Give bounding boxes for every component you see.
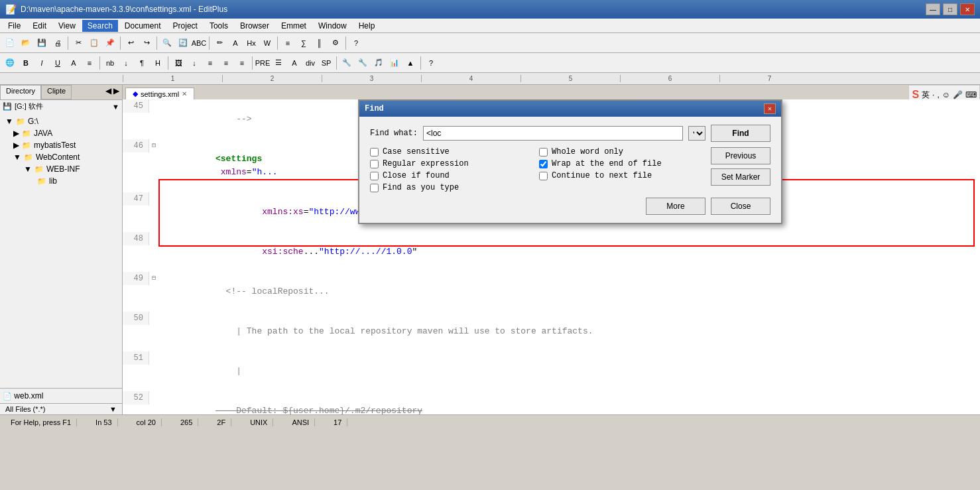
help-button[interactable]: ? <box>349 36 363 50</box>
italic-button[interactable]: I <box>34 56 49 70</box>
clip-button[interactable]: ✏ <box>212 36 227 50</box>
tree-item-java[interactable]: ▶ 📁 JAVA <box>3 127 119 139</box>
wrap-checkbox[interactable] <box>539 160 548 168</box>
menu-emmet[interactable]: Emmet <box>276 20 312 32</box>
browser-button[interactable]: 🌐 <box>3 56 17 70</box>
col-button[interactable]: ║ <box>312 36 327 50</box>
tab-directory[interactable]: Directory <box>0 85 41 99</box>
image-button[interactable]: 🖼 <box>171 56 186 70</box>
tool2-button[interactable]: 🔧 <box>355 56 370 70</box>
sum-button[interactable]: ∑ <box>296 36 311 50</box>
list2-button[interactable]: ≡ <box>203 56 217 70</box>
pre-button[interactable]: PRE <box>255 56 270 70</box>
menu-search[interactable]: Search <box>82 20 118 32</box>
regex-checkbox[interactable] <box>370 160 379 168</box>
open-button[interactable]: 📂 <box>19 36 33 50</box>
hex-button[interactable]: Hx <box>244 36 259 50</box>
menu-file[interactable]: File <box>3 20 26 32</box>
new-button[interactable]: 📄 <box>3 36 17 50</box>
chart-button[interactable]: 📊 <box>387 56 402 70</box>
copy-button[interactable]: 📋 <box>87 36 101 50</box>
whole-word-checkbox[interactable] <box>539 148 548 156</box>
close-button[interactable]: ✕ <box>960 3 975 15</box>
charset-button[interactable]: A <box>287 56 302 70</box>
find-button[interactable]: 🔍 <box>160 36 174 50</box>
find-what-row: Find what: ▼ Find <box>370 125 770 142</box>
sidebar-arrow[interactable]: ◀ ▶ <box>103 85 122 99</box>
editor-content[interactable]: 45 --> 46 ⊟ <settings xmlns="h... 47 <box>123 99 980 414</box>
color-button[interactable]: A <box>66 56 81 70</box>
previous-button[interactable]: Previous <box>711 147 770 164</box>
ime-en-label[interactable]: 英 <box>922 90 930 101</box>
more-button[interactable]: More <box>646 198 705 215</box>
save-button[interactable]: 💾 <box>34 36 49 50</box>
ime-mic-icon[interactable]: 🎤 <box>953 90 963 99</box>
set-marker-button[interactable]: Set Marker <box>711 168 770 186</box>
menu-help[interactable]: Help <box>353 20 381 32</box>
find-what-input[interactable] <box>423 126 683 141</box>
settings-button[interactable]: ⚙ <box>328 36 343 50</box>
file-tab-close[interactable]: ✕ <box>182 90 187 97</box>
file-tab-settings[interactable]: ◆ settings.xml ✕ <box>125 88 194 99</box>
list4-button[interactable]: ≡ <box>235 56 249 70</box>
nb-button[interactable]: nb <box>103 56 117 70</box>
maximize-button[interactable]: □ <box>943 3 957 15</box>
menu-view[interactable]: View <box>53 20 81 32</box>
minimize-button[interactable]: — <box>926 3 940 15</box>
find-dropdown[interactable]: ▼ <box>688 126 705 141</box>
paste-button[interactable]: 📌 <box>103 36 117 50</box>
filter-arrow[interactable]: ▼ <box>109 405 117 413</box>
tab-clipboard[interactable]: Clipte <box>41 85 72 99</box>
spell-button[interactable]: ABC <box>192 36 206 50</box>
list-button[interactable]: ≡ <box>280 36 295 50</box>
replace-button[interactable]: 🔄 <box>176 36 190 50</box>
dialog-close-button[interactable]: ✕ <box>764 103 776 114</box>
ruler: 1 2 3 4 5 6 7 <box>0 73 980 85</box>
undo-button[interactable]: ↩ <box>123 36 138 50</box>
tree-item-webcontent[interactable]: ▼ 📁 WebContent <box>3 151 119 163</box>
down-button[interactable]: ↓ <box>187 56 202 70</box>
menu-edit[interactable]: Edit <box>27 20 52 32</box>
arrow-down-button[interactable]: ↓ <box>119 56 133 70</box>
sp-button[interactable]: SP <box>319 56 334 70</box>
tool1-button[interactable]: 🔧 <box>339 56 354 70</box>
continue-checkbox[interactable] <box>539 172 548 180</box>
up-button[interactable]: ▲ <box>403 56 418 70</box>
wordwrap-button[interactable]: W <box>260 36 275 50</box>
find-button[interactable]: Find <box>711 125 770 142</box>
menu-project[interactable]: Project <box>168 20 203 32</box>
list3-button[interactable]: ≡ <box>219 56 233 70</box>
menu-browser[interactable]: Browser <box>235 20 275 32</box>
ime-smile-icon[interactable]: ☺ <box>942 90 950 99</box>
underline-button[interactable]: U <box>50 56 65 70</box>
cut-button[interactable]: ✂ <box>71 36 86 50</box>
div-button[interactable]: div <box>303 56 318 70</box>
print-button[interactable]: 🖨 <box>50 36 65 50</box>
sidebar-drive[interactable]: 💾 [G:] 软件 ▼ <box>0 99 122 113</box>
close-if-found-checkbox[interactable] <box>370 172 379 180</box>
redo-button[interactable]: ↪ <box>139 36 154 50</box>
font-button[interactable]: A <box>228 36 243 50</box>
align-button[interactable]: ≡ <box>82 56 97 70</box>
ul-button[interactable]: ☰ <box>271 56 286 70</box>
case-sensitive-checkbox[interactable] <box>370 148 379 156</box>
tree-item-lib[interactable]: 📁 lib <box>3 175 119 187</box>
bold-button[interactable]: B <box>19 56 33 70</box>
tree-item-webinf[interactable]: ▼ 📁 WEB-INF <box>3 163 119 175</box>
h-button[interactable]: H <box>151 56 165 70</box>
find-as-you-type-checkbox[interactable] <box>370 184 379 192</box>
menu-document[interactable]: Document <box>119 20 166 32</box>
main-area: Directory Clipte ◀ ▶ 💾 [G:] 软件 ▼ ▼ 📁 G:\… <box>0 85 980 414</box>
ime-keyboard-icon[interactable]: ⌨ <box>965 90 977 99</box>
music-button[interactable]: 🎵 <box>371 56 386 70</box>
tree-item-g[interactable]: ▼ 📁 G:\ <box>3 115 119 127</box>
tree-item-mybatis[interactable]: ▶ 📁 mybatisTest <box>3 139 119 151</box>
menu-window[interactable]: Window <box>313 20 352 32</box>
status-help: For Help, press F1 <box>5 418 77 426</box>
para-button[interactable]: ¶ <box>135 56 149 70</box>
drive-arrow[interactable]: ▼ <box>112 103 119 111</box>
folder-icon: 📁 <box>22 141 31 150</box>
menu-tools[interactable]: Tools <box>204 20 233 32</box>
help2-button[interactable]: ? <box>424 56 438 70</box>
close-dialog-button[interactable]: Close <box>711 198 770 215</box>
